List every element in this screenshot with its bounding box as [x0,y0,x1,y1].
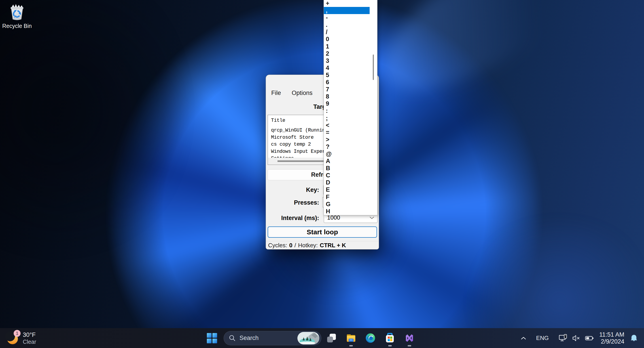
cycles-label: Cycles: [268,242,287,249]
key-dropdown-item[interactable]: , [324,7,370,14]
taskbar-center: Search [204,328,419,348]
taskbar-clock[interactable]: 11:51 AM 2/9/2024 [599,331,624,345]
key-dropdown-item[interactable]: C [324,172,370,179]
key-dropdown-item[interactable]: 7 [324,86,370,93]
key-dropdown-item[interactable]: 5 [324,71,370,79]
key-dropdown-item[interactable]: < [324,122,370,129]
taskbar-app-visual-studio[interactable] [400,328,419,348]
edge-icon [365,333,376,343]
start-icon [206,333,217,344]
key-dropdown-list[interactable]: +,-./0123456789:;<=>?@ABCDEFGH [324,0,378,215]
key-dropdown-item[interactable]: 1 [324,43,370,50]
winter-scene-image [298,332,319,345]
running-indicator [349,345,353,347]
running-indicator [388,345,392,347]
key-dropdown-item[interactable]: @ [324,150,370,158]
store-icon [384,333,395,343]
chevron-up-icon[interactable] [520,336,526,340]
visual-studio-icon [404,333,414,343]
key-dropdown-item[interactable]: > [324,136,370,143]
muted-speaker-icon[interactable] [572,334,580,342]
taskbar-app-task-view[interactable] [322,328,341,348]
start-loop-button[interactable]: Start loop [268,226,377,238]
taskbar-app-store[interactable] [380,328,400,348]
taskbar: 1 30°F Clear [0,328,644,348]
interval-label: Interval (ms): [281,215,319,222]
dropdown-scrollbar-thumb[interactable] [373,54,374,80]
weather-alert-badge: 1 [14,330,20,337]
start-button[interactable] [204,328,220,348]
search-placeholder: Search [240,335,259,342]
key-dropdown-item[interactable]: 8 [324,93,370,100]
clock-date: 2/9/2024 [599,338,624,345]
clock-time: 11:51 AM [599,331,624,338]
taskbar-app-file-explorer[interactable] [341,328,361,348]
desktop: Recycle Bin File Options Target Title qr… [0,0,644,348]
menu-file[interactable]: File [268,89,284,97]
key-dropdown-item[interactable]: 0 [324,35,370,43]
hotkey-value: CTRL + K [320,242,346,249]
key-dropdown-item[interactable]: 3 [324,57,370,64]
key-dropdown-item[interactable]: G [324,200,370,208]
key-dropdown-item[interactable]: + [324,0,370,7]
key-dropdown-item[interactable]: 9 [324,100,370,107]
battery-icon[interactable] [585,334,594,342]
key-dropdown-item[interactable]: ; [324,115,370,122]
key-dropdown-items: +,-./0123456789:;<=>?@ABCDEFGH [324,0,377,215]
key-label: Key: [306,186,319,193]
menu-options[interactable]: Options [289,89,315,97]
weather-condition: Clear [23,339,36,345]
running-indicator [408,345,411,347]
bell-icon[interactable] [630,334,638,343]
presses-label: Presses: [294,199,319,206]
key-dropdown-item[interactable]: 2 [324,50,370,57]
key-dropdown-item[interactable]: F [324,193,370,200]
chevron-down-icon [369,216,374,219]
task-view-icon [326,333,337,343]
key-dropdown-item[interactable]: = [324,129,370,136]
search-input[interactable]: Search [224,331,321,345]
search-daily-image[interactable] [298,332,319,345]
file-explorer-icon [346,333,356,343]
recycle-bin-icon [8,3,26,22]
recycle-bin[interactable]: Recycle Bin [2,3,32,29]
recycle-bin-label: Recycle Bin [2,23,32,29]
system-tray: ENG 11:51 AM [520,328,644,348]
key-dropdown-item[interactable]: B [324,165,370,172]
key-dropdown-item[interactable]: H [324,208,370,215]
search-icon [229,335,236,342]
key-dropdown-item[interactable]: . [324,21,370,28]
status-bar: Cycles: 0 / Hotkey: CTRL + K [266,241,379,249]
weather-temp: 30°F [23,331,36,339]
key-dropdown-item[interactable]: - [324,14,370,21]
taskbar-app-edge[interactable] [361,328,380,348]
key-dropdown-item[interactable]: A [324,158,370,165]
status-separator: / [294,242,296,249]
language-indicator[interactable]: ENG [536,335,549,342]
key-dropdown-item[interactable]: / [324,28,370,35]
key-dropdown-item[interactable]: 6 [324,79,370,86]
key-dropdown-item[interactable]: ? [324,143,370,150]
key-dropdown-item[interactable]: D [324,179,370,186]
cast-icon[interactable] [558,334,568,343]
weather-widget[interactable]: 1 30°F Clear [5,328,36,348]
key-dropdown-item[interactable]: 4 [324,64,370,71]
cycles-value: 0 [289,242,292,249]
hotkey-label: Hotkey: [298,242,318,249]
key-dropdown-item[interactable]: : [324,107,370,114]
key-dropdown-item[interactable]: E [324,186,370,193]
